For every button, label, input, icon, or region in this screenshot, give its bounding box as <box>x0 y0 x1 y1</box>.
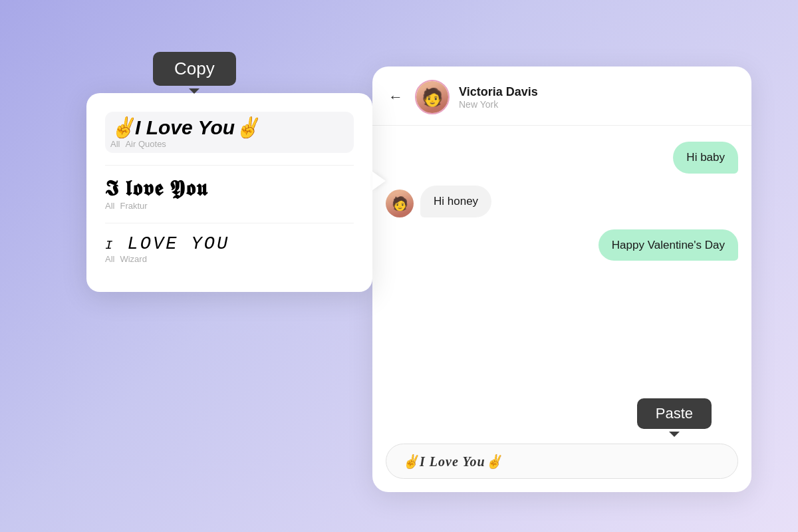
font-tag-air-quotes: Air Quotes <box>125 139 166 149</box>
font-divider-1 <box>105 165 354 166</box>
font-tags-wizard: All Wizard <box>105 254 354 264</box>
font-item-wizard[interactable]: i LОVE YОU All Wizard <box>105 234 354 264</box>
chat-input[interactable] <box>386 444 738 479</box>
font-tag-all-1: All <box>110 139 120 149</box>
chat-input-area: Paste <box>372 434 751 492</box>
font-divider-2 <box>105 223 354 223</box>
paste-tooltip[interactable]: Paste <box>637 398 712 429</box>
chat-header-info: Victoria Davis New York <box>459 85 735 110</box>
copy-tooltip[interactable]: Copy <box>153 52 236 86</box>
font-text-air-quotes: ✌️I Love You✌️ <box>110 116 348 139</box>
avatar-image: 🧑 <box>416 81 448 113</box>
picker-arrow <box>372 172 386 190</box>
chat-avatar: 🧑 <box>415 80 450 114</box>
receiver-avatar: 🧑 <box>386 190 414 217</box>
font-tag-all-3: All <box>105 254 114 264</box>
chat-contact-name: Victoria Davis <box>459 85 735 99</box>
back-button[interactable]: ← <box>388 88 403 106</box>
font-tag-wizard: Wizard <box>120 254 146 264</box>
copy-tooltip-label: Copy <box>174 59 215 78</box>
chat-contact-location: New York <box>459 99 735 110</box>
font-tags-air-quotes: All Air Quotes <box>110 139 348 149</box>
font-tags-fraktur: All Fraktur <box>105 201 354 211</box>
font-text-wizard: i LОVE YОU <box>105 234 354 254</box>
chat-panel: ← 🧑 Victoria Davis New York Hi baby 🧑 Hi… <box>372 66 751 492</box>
font-item-air-quotes[interactable]: ✌️I Love You✌️ All Air Quotes <box>105 112 354 153</box>
font-tag-all-2: All <box>105 201 114 211</box>
paste-tooltip-label: Paste <box>656 405 693 422</box>
font-item-fraktur[interactable]: 𝕴 𝖑𝖔𝖛𝖊 𝖄𝖔𝖚 All Fraktur <box>105 176 354 211</box>
chat-messages: Hi baby 🧑 Hi honey Happy Valentine's Day <box>372 126 751 434</box>
bubble-sent-2: Happy Valentine's Day <box>598 229 738 261</box>
bubble-sent-1: Hi baby <box>673 142 738 174</box>
font-text-fraktur: 𝕴 𝖑𝖔𝖛𝖊 𝖄𝖔𝖚 <box>105 176 354 201</box>
message-row-2: 🧑 Hi honey <box>386 186 738 217</box>
font-tag-fraktur: Fraktur <box>120 201 147 211</box>
message-row-1: Hi baby <box>386 142 738 174</box>
message-row-3: Happy Valentine's Day <box>386 229 738 261</box>
bubble-received-1: Hi honey <box>420 186 491 217</box>
chat-header: ← 🧑 Victoria Davis New York <box>372 66 751 126</box>
scene: Copy ✌️I Love You✌️ All Air Quotes 𝕴 𝖑𝖔𝖛… <box>47 40 751 492</box>
font-picker-panel: Copy ✌️I Love You✌️ All Air Quotes 𝕴 𝖑𝖔𝖛… <box>86 93 372 292</box>
